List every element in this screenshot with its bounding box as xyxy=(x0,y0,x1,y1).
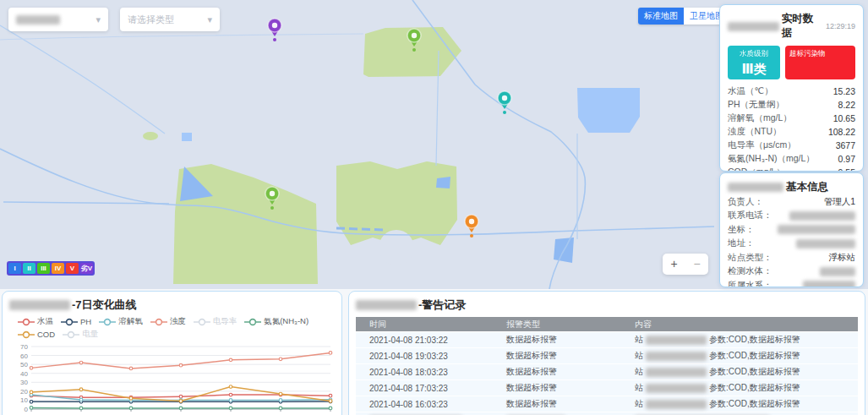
metric-row: PH（无量纲）8.22 xyxy=(728,98,855,112)
map-geography xyxy=(0,0,714,289)
info-label: 所属水系： xyxy=(728,280,772,287)
info-row: 站点类型：浮标站 xyxy=(728,251,855,265)
legend-label: 氨氮(NH₃-N) xyxy=(264,316,308,327)
metric-row: 溶解氧（mg/L）10.65 xyxy=(728,112,855,125)
trend-chart-legend: 水温PH溶解氧浊度电导率氨氮(NH₃-N)COD电量 xyxy=(18,316,335,340)
svg-text:40: 40 xyxy=(20,370,28,378)
info-panel-title: 基本信息 xyxy=(728,180,855,194)
realtime-data-panel: 实时数据 12:29:19 水质级别 Ⅲ类 超标污染物 水温（℃）15.23PH… xyxy=(719,4,864,172)
info-label: 地址： xyxy=(728,238,755,249)
chart-legend-item[interactable]: COD xyxy=(18,330,55,339)
type-select-placeholder: 请选择类型 xyxy=(128,14,174,26)
info-label: 联系电话： xyxy=(728,210,772,221)
realtime-title-text: 实时数据 xyxy=(782,12,821,41)
alert-content: 站参数:COD,数据超标报警 xyxy=(635,398,858,410)
alert-content: 站参数:COD,数据超标报警 xyxy=(635,350,858,362)
station-name-blur xyxy=(646,384,707,393)
metrics-list: 水温（℃）15.23PH（无量纲）8.22溶解氧（mg/L）10.65浊度（NT… xyxy=(728,85,855,172)
standard-map-button[interactable]: 标准地图 xyxy=(638,8,684,25)
metric-value: 108.22 xyxy=(828,127,855,137)
legend-marker-icon xyxy=(99,318,116,326)
table-row[interactable]: 2021-04-08 21:03:22数据超标报警站参数:COD,数据超标报警 xyxy=(356,332,858,347)
alert-time: 2021-04-08 19:03:23 xyxy=(356,352,506,361)
map-marker[interactable] xyxy=(498,91,511,114)
water-class-chip: I xyxy=(8,263,21,274)
trend-line-chart: 01020304050607004-0204-0304-0404-0504-06… xyxy=(9,341,337,415)
chart-legend-item[interactable]: 电导率 xyxy=(194,316,237,327)
table-row[interactable]: 2021-04-08 19:03:23数据超标报警站参数:COD,数据超标报警 xyxy=(356,348,858,363)
svg-text:20: 20 xyxy=(20,388,28,396)
svg-text:0: 0 xyxy=(25,406,29,413)
info-value-blur xyxy=(803,281,855,287)
metric-row: 水温（℃）15.23 xyxy=(728,85,855,98)
station-name-blur xyxy=(356,300,417,310)
legend-label: 溶解氧 xyxy=(118,316,143,327)
alert-time: 2021-04-08 18:03:23 xyxy=(356,368,506,377)
realtime-badges: 水质级别 Ⅲ类 超标污染物 xyxy=(728,46,855,79)
water-class-chip: III xyxy=(37,263,50,274)
type-select[interactable]: 请选择类型 ▾ xyxy=(120,8,220,31)
chart-legend-item[interactable]: 溶解氧 xyxy=(99,316,143,327)
table-row[interactable]: 2021-04-08 17:03:23数据超标报警站参数:COD,数据超标报警 xyxy=(356,380,858,396)
svg-text:60: 60 xyxy=(20,352,28,360)
info-title-text: 基本信息 xyxy=(786,180,828,194)
info-value: 浮标站 xyxy=(829,252,856,264)
metric-row: 电导率（μs/cm）3677 xyxy=(728,139,855,152)
alert-type: 数据超标报警 xyxy=(506,382,635,394)
info-label: 负责人： xyxy=(728,196,763,208)
chart-legend-item[interactable]: PH xyxy=(61,317,91,326)
region-select[interactable]: ▾ xyxy=(8,8,108,31)
alerts-column-header: 内容 xyxy=(635,319,858,330)
svg-text:50: 50 xyxy=(20,361,28,369)
metric-value: 3677 xyxy=(836,140,855,150)
zoom-in-button[interactable]: + xyxy=(663,254,685,275)
metric-row: 浊度（NTU）108.22 xyxy=(728,125,855,139)
chart-legend-item[interactable]: 水温 xyxy=(18,316,53,327)
realtime-panel-title: 实时数据 12:29:19 xyxy=(728,12,855,41)
water-class-chip: II xyxy=(23,263,35,274)
alerts-table-header: 时间报警类型内容 xyxy=(356,317,858,331)
alert-type: 数据超标报警 xyxy=(506,334,635,346)
info-label: 坐标： xyxy=(728,224,755,236)
station-name-blur xyxy=(646,368,707,377)
legend-marker-icon xyxy=(63,330,79,339)
alert-type: 数据超标报警 xyxy=(506,398,635,410)
basic-info-panel: 基本信息 负责人：管理人1联系电话：坐标：地址：站点类型：浮标站检测水体：所属水… xyxy=(719,172,864,287)
legend-marker-icon xyxy=(18,330,35,339)
metric-label: 电导率（μs/cm） xyxy=(728,139,796,151)
map-marker[interactable] xyxy=(268,19,281,41)
map-zoom-control: + − xyxy=(663,254,708,275)
info-row: 坐标： xyxy=(728,223,855,237)
metric-label: COD（mg/L） xyxy=(728,167,785,172)
metric-label: PH（无量纲） xyxy=(728,99,784,111)
trend-chart-card: -7日变化曲线 水温PH溶解氧浊度电导率氨氮(NH₃-N)COD电量 01020… xyxy=(2,291,342,415)
chevron-down-icon: ▾ xyxy=(96,14,101,25)
chart-legend-item[interactable]: 浊度 xyxy=(150,316,186,327)
alert-content: 站参数:COD,数据超标报警 xyxy=(635,382,858,394)
metric-value: 10.65 xyxy=(833,113,855,123)
station-name-blur xyxy=(728,183,783,192)
metric-label: 水温（℃） xyxy=(728,85,773,97)
metric-row: COD（mg/L）9.55 xyxy=(728,166,855,172)
alert-records-title-text: -警告记录 xyxy=(418,298,466,313)
station-name-blur xyxy=(9,300,70,310)
table-row[interactable]: 2021-04-08 18:03:23数据超标报警站参数:COD,数据超标报警 xyxy=(356,364,858,380)
legend-marker-icon xyxy=(61,318,78,326)
svg-text:30: 30 xyxy=(20,379,28,386)
chart-legend-item[interactable]: 氨氮(NH₃-N) xyxy=(244,316,308,327)
table-row[interactable]: 2021-04-08 16:03:23数据超标报警站参数:COD,数据超标报警 xyxy=(356,396,858,412)
alert-content: 站参数:COD,数据超标报警 xyxy=(635,366,858,378)
legend-marker-icon xyxy=(194,318,210,326)
info-value-blur xyxy=(778,225,855,234)
chart-legend-item[interactable]: 电量 xyxy=(63,329,98,340)
info-row: 所属水系： xyxy=(728,279,855,287)
metric-row: 氨氮(NH₃-N)（mg/L）0.97 xyxy=(728,152,855,166)
info-label: 站点类型： xyxy=(728,252,772,264)
water-class-chip: IV xyxy=(52,263,64,274)
alert-type: 数据超标报警 xyxy=(506,366,635,378)
alert-time: 2021-04-08 21:03:22 xyxy=(356,336,506,345)
metric-value: 0.97 xyxy=(838,154,855,164)
trend-chart-title-text: -7日变化曲线 xyxy=(72,298,137,313)
map-filters: ▾ 请选择类型 ▾ xyxy=(8,8,220,31)
zoom-out-button[interactable]: − xyxy=(685,254,708,275)
